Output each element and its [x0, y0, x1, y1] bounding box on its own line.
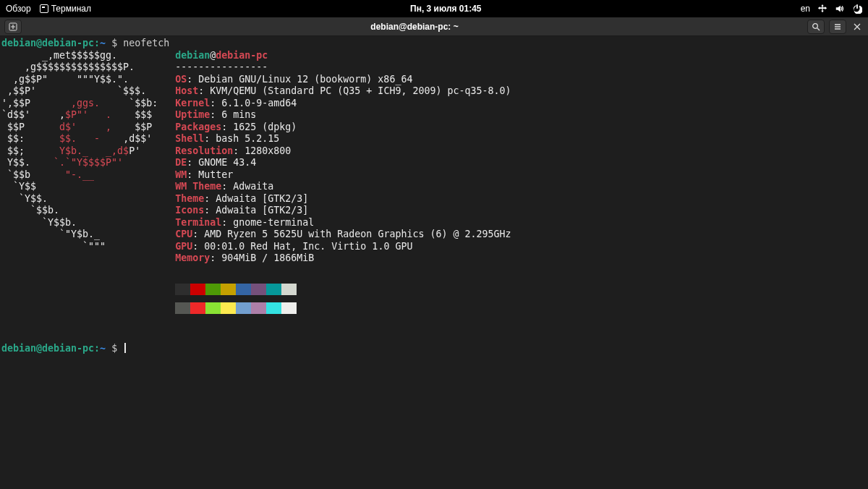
prompt-path: ~ — [100, 38, 106, 48]
active-app-label: Терминал — [51, 4, 91, 14]
color-swatches-row1 — [175, 284, 511, 295]
close-window-button[interactable] — [851, 21, 864, 33]
panel-clock[interactable]: Пн, 3 июля 01:45 — [91, 4, 801, 14]
network-icon[interactable] — [817, 4, 827, 14]
neofetch-info-block: debian@debian-pc ---------------- OS: De… — [175, 50, 511, 315]
neofetch-ascii-logo: _,met$$$$$gg. ,g$$$$$$$$$$$$$$$P. ,g$$P"… — [1, 50, 175, 315]
text-cursor — [124, 343, 126, 353]
prompt-line-2: debian@debian-pc:~ $ — [1, 343, 867, 355]
prompt-dollar: $ — [106, 38, 123, 48]
prompt-line-1: debian@debian-pc:~ $ neofetch — [1, 38, 867, 50]
search-icon — [812, 22, 820, 31]
window-title: debian@debian-pc: ~ — [22, 22, 807, 32]
color-swatches-row2 — [175, 302, 511, 314]
power-icon[interactable] — [852, 4, 862, 14]
activities-button[interactable]: Обзор — [6, 4, 31, 14]
search-button[interactable] — [807, 20, 825, 34]
terminal-icon — [40, 4, 48, 13]
prompt-user-host: debian@debian-pc — [1, 38, 94, 48]
terminal-headerbar: debian@debian-pc: ~ — [0, 17, 868, 36]
svg-point-1 — [813, 23, 818, 28]
terminal-viewport[interactable]: debian@debian-pc:~ $ neofetch _,met$$$$$… — [0, 36, 868, 489]
hamburger-icon — [833, 22, 842, 31]
close-icon — [854, 23, 861, 30]
hamburger-menu-button[interactable] — [829, 20, 846, 34]
volume-icon[interactable] — [835, 4, 845, 14]
input-language-indicator[interactable]: en — [801, 4, 810, 14]
entered-command: neofetch — [123, 38, 169, 48]
gnome-top-panel: Обзор Терминал Пн, 3 июля 01:45 en — [0, 0, 868, 17]
new-tab-button[interactable] — [4, 20, 22, 34]
active-app-indicator[interactable]: Терминал — [40, 4, 91, 14]
plus-icon — [9, 22, 17, 31]
